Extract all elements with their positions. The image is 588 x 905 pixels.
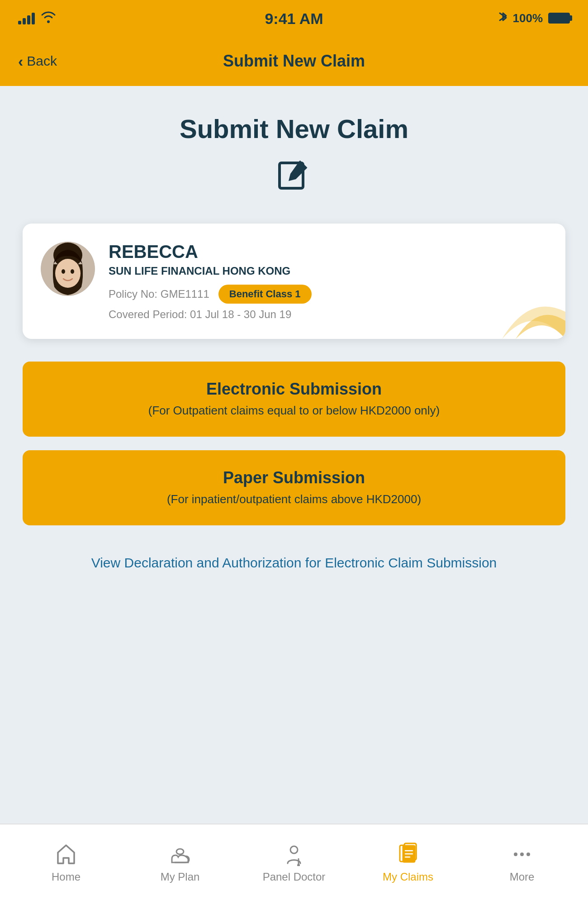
tab-my-plan-label: My Plan xyxy=(161,871,200,883)
card-wave-decoration xyxy=(466,267,565,339)
back-chevron-icon: ‹ xyxy=(18,52,23,70)
tab-my-plan[interactable]: My Plan xyxy=(123,842,237,883)
status-left xyxy=(18,10,57,26)
my-claims-icon xyxy=(395,842,421,867)
declaration-link[interactable]: View Declaration and Authorization for E… xyxy=(91,555,497,570)
signal-icon xyxy=(18,12,35,24)
paper-submission-title: Paper Submission xyxy=(36,468,552,487)
svg-point-8 xyxy=(290,846,298,853)
page-title: Submit New Claim xyxy=(23,113,565,145)
svg-point-6 xyxy=(176,849,184,854)
bluetooth-icon xyxy=(498,10,507,27)
declaration-link-container: View Declaration and Authorization for E… xyxy=(23,553,565,573)
battery-icon xyxy=(548,13,570,24)
tab-more-label: More xyxy=(510,871,535,883)
edit-claim-icon xyxy=(276,158,312,195)
tab-home-label: Home xyxy=(52,871,81,883)
member-name: REBECCA xyxy=(109,242,547,262)
electronic-submission-title: Electronic Submission xyxy=(36,380,552,399)
member-card: REBECCA SUN LIFE FINANCIAL HONG KONG Pol… xyxy=(23,224,565,339)
covered-period-value: 01 Jul 18 - 30 Jun 19 xyxy=(190,308,291,320)
my-plan-icon xyxy=(167,842,193,867)
tab-panel-doctor[interactable]: Panel Doctor xyxy=(237,842,351,883)
edit-icon-container xyxy=(23,158,565,196)
electronic-submission-button[interactable]: Electronic Submission (For Outpatient cl… xyxy=(23,362,565,437)
more-icon xyxy=(509,842,535,867)
svg-point-4 xyxy=(62,269,65,274)
main-content: Submit New Claim xyxy=(0,86,588,824)
nav-title: Submit New Claim xyxy=(223,52,365,71)
svg-point-20 xyxy=(526,853,530,856)
back-label: Back xyxy=(27,53,57,69)
electronic-submission-desc: (For Outpatient claims equal to or below… xyxy=(36,402,552,419)
policy-label: Policy No: GME1111 xyxy=(109,288,209,300)
policy-number: GME1111 xyxy=(161,288,209,300)
member-avatar xyxy=(41,242,95,296)
tab-more[interactable]: More xyxy=(465,842,579,883)
benefit-badge: Benefit Class 1 xyxy=(218,285,312,304)
status-bar: 9:41 AM 100% xyxy=(0,0,588,36)
svg-point-5 xyxy=(71,269,74,274)
tab-bar: Home My Plan Panel Doctor xyxy=(0,824,588,905)
tab-panel-doctor-label: Panel Doctor xyxy=(263,871,326,883)
battery-percent: 100% xyxy=(513,11,543,25)
tab-my-claims-label: My Claims xyxy=(383,871,433,883)
home-icon xyxy=(53,842,79,867)
svg-point-19 xyxy=(520,853,524,856)
paper-submission-desc: (For inpatient/outpatient claims above H… xyxy=(36,491,552,507)
back-button[interactable]: ‹ Back xyxy=(18,52,57,70)
paper-submission-button[interactable]: Paper Submission (For inpatient/outpatie… xyxy=(23,450,565,525)
tab-home[interactable]: Home xyxy=(9,842,123,883)
svg-point-10 xyxy=(297,864,300,866)
svg-point-3 xyxy=(55,259,81,288)
nav-bar: ‹ Back Submit New Claim xyxy=(0,36,588,86)
svg-point-18 xyxy=(514,853,517,856)
status-right: 100% xyxy=(498,10,570,27)
wifi-icon xyxy=(40,10,57,26)
panel-doctor-icon xyxy=(281,842,307,867)
tab-my-claims[interactable]: My Claims xyxy=(351,842,465,883)
status-time: 9:41 AM xyxy=(265,10,323,28)
